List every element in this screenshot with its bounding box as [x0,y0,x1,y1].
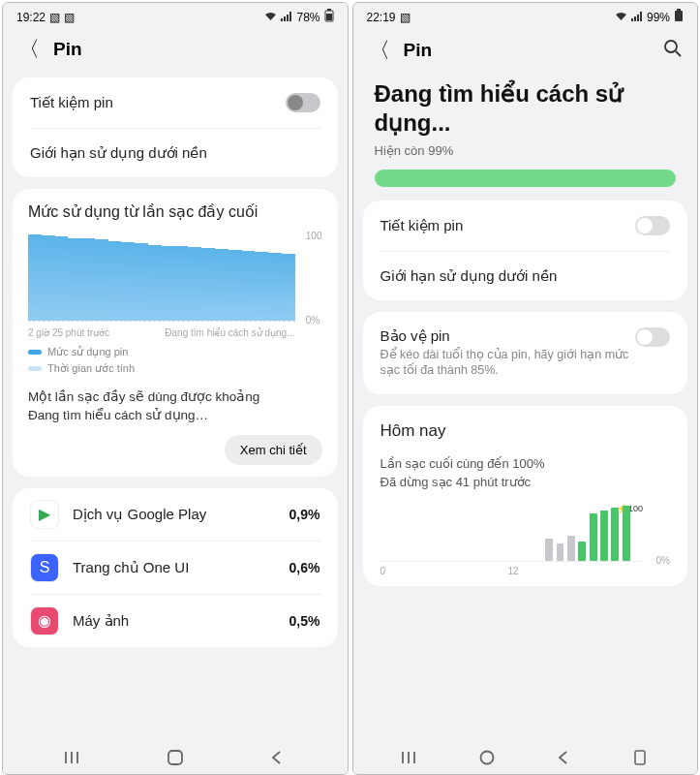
settings-card: Tiết kiệm pin Giới hạn sử dụng dưới nền [13,78,338,177]
app-name: Trang chủ One UI [73,559,276,576]
row-label: Tiết kiệm pin [30,94,286,111]
row-bg-limit[interactable]: Giới hạn sử dụng dưới nền [13,129,338,177]
today-bar [611,508,619,560]
app-percent: 0,6% [289,560,320,575]
toggle-protect-battery[interactable] [635,327,670,347]
nav-extra[interactable] [628,749,652,766]
app-percent: 0,9% [289,507,320,522]
hero-title: Đang tìm hiểu cách sử dụng... [375,79,677,138]
battery-progress-bar [375,170,677,187]
svg-rect-5 [677,9,681,11]
notif-icon-2: ▧ [64,11,75,24]
chart-bar [162,246,175,321]
notif-icon: ▧ [49,11,60,24]
wifi-icon [264,11,277,24]
toggle-power-saving[interactable] [635,216,670,235]
chart-bar [95,239,108,321]
back-icon[interactable]: 〈 [369,40,390,61]
nav-back[interactable] [265,749,289,766]
hero: Đang tìm hiểu cách sử dụng... Hiện còn 9… [353,79,698,201]
today-title: Hôm nay [380,421,671,441]
estimate-text: Một lần sạc đầy sẽ dùng được khoảng Đang… [28,388,322,425]
today-bar [545,539,553,561]
y-max: 100 [306,231,322,241]
detail-button[interactable]: Xem chi tiết [225,435,322,465]
today-card: Hôm nay Lần sạc cuối cùng đến 100% Đã dừ… [363,406,688,586]
app-icon: S [30,553,59,582]
svg-point-7 [480,752,493,764]
status-bar: 22:19 ▧ 99% [353,3,698,29]
signal-icon [281,11,292,24]
toggle-power-saving[interactable] [286,93,320,112]
status-battery: 78% [296,11,320,24]
today-bar [578,542,586,561]
row-bg-limit[interactable]: Giới hạn sử dụng dưới nền [363,252,688,300]
app-row[interactable]: ▶Dịch vụ Google Play0,9% [13,488,338,541]
chart-bar [255,252,268,321]
x-left: 2 giờ 25 phút trước [28,327,109,338]
app-percent: 0,5% [289,613,320,629]
y-min: 0% [306,315,322,326]
legend-used: Mức sử dụng pin [28,346,322,358]
app-row[interactable]: STrang chủ One UI0,6% [13,542,338,594]
svg-rect-4 [675,11,683,21]
page-title: Pin [53,39,82,60]
app-name: Dịch vụ Google Play [73,506,276,523]
chart-bar [201,248,215,321]
chart-bar [188,247,201,321]
svg-rect-2 [326,14,332,20]
nav-home[interactable] [164,749,187,766]
chart-bar [135,243,148,321]
status-time: 22:19 [367,11,396,24]
row-protect-battery[interactable]: Bảo vệ pin Để kéo dài tuổi thọ của pin, … [363,312,688,394]
app-icon: ◉ [30,606,59,636]
battery-icon [324,9,334,25]
usage-title: Mức sử dụng từ lần sạc đầy cuối [28,202,322,221]
usage-card: Mức sử dụng từ lần sạc đầy cuối 100 0% 2… [13,189,338,477]
nav-recents[interactable] [399,749,422,766]
chart-bar [282,254,295,321]
chart-bar [268,253,282,321]
navbar [3,739,348,774]
today-bar [600,511,608,560]
nav-home[interactable] [475,749,499,766]
settings-card: Tiết kiệm pin Giới hạn sử dụng dưới nền [363,201,688,300]
search-icon[interactable] [663,39,682,62]
navbar [353,739,698,774]
y-zero: 0% [656,555,670,566]
nav-back[interactable] [552,749,575,766]
row-label: Giới hạn sử dụng dưới nền [380,267,671,285]
row-power-saving[interactable]: Tiết kiệm pin [363,201,688,251]
phone-right: 22:19 ▧ 99% 〈 Pin [352,2,699,775]
chart-bar [55,236,69,321]
status-bar: 19:22 ▧ ▧ 78% [3,3,348,29]
chart-bar [28,234,42,321]
wifi-icon [615,11,627,24]
app-row[interactable]: ◉Máy ảnh0,5% [13,595,338,647]
today-chart: ⚡100 0% [380,506,671,575]
status-battery: 99% [647,11,670,24]
today-bar [567,536,575,561]
chart-bar [228,250,242,321]
chart-bar [121,242,135,321]
chart-bar [108,241,122,321]
row-label: Bảo vệ pin [380,327,636,345]
battery-chart: 100 0% [28,234,322,322]
back-icon[interactable]: 〈 [18,39,40,60]
chart-bar [148,245,162,321]
svg-point-6 [665,41,677,52]
nav-recents[interactable] [62,749,85,766]
status-time: 19:22 [16,11,46,24]
row-label: Tiết kiệm pin [380,217,636,234]
row-sublabel: Để kéo dài tuổi thọ của pin, hãy giới hạ… [380,347,636,379]
chart-bar [81,238,95,321]
battery-icon [674,9,684,25]
svg-rect-8 [635,751,645,764]
titlebar: 〈 Pin [3,29,348,78]
today-bar [590,513,597,560]
svg-rect-3 [168,751,182,764]
today-bar [557,543,564,560]
row-power-saving[interactable]: Tiết kiệm pin [13,78,338,128]
page-title: Pin [404,40,433,61]
chart-bar [175,246,189,321]
